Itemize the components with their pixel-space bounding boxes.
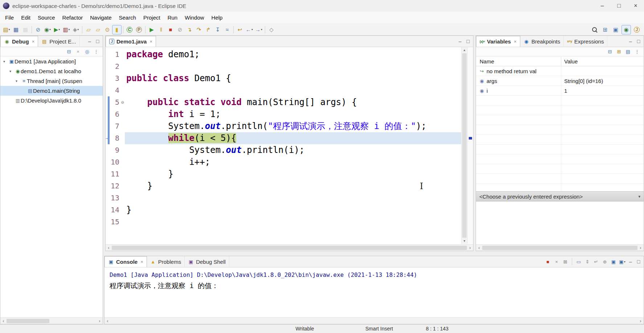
code-editor[interactable]: 1package demo1;23public class Demo1 {45⊖… bbox=[106, 47, 461, 244]
remove-all-launches-button[interactable]: ⊠ bbox=[562, 258, 569, 265]
scroll-right-icon[interactable]: › bbox=[97, 318, 103, 324]
perspective-debug-button[interactable]: ◉ bbox=[622, 25, 631, 34]
current-line-marker-icon[interactable] bbox=[469, 137, 472, 140]
code-text[interactable]: } bbox=[125, 168, 461, 180]
code-text[interactable] bbox=[125, 216, 461, 228]
code-text[interactable]: System.out.println("程序调试演示，注意观察 i 的值："); bbox=[125, 120, 461, 132]
menu-navigate[interactable]: Navigate bbox=[86, 14, 115, 21]
close-icon[interactable]: × bbox=[140, 259, 143, 265]
code-text[interactable]: i++; bbox=[125, 156, 461, 168]
minimize-button[interactable]: – bbox=[594, 0, 611, 12]
minimize-view-button[interactable]: – bbox=[627, 38, 634, 44]
expression-prompt-bar[interactable]: <Choose a previously entered expression>… bbox=[476, 191, 644, 201]
scroll-right-icon[interactable]: › bbox=[637, 318, 644, 324]
tree-item-jvm-process[interactable]: ▥D:\Develop\Java\jdk1.8.0 bbox=[0, 96, 103, 105]
minimize-view-button[interactable]: – bbox=[457, 38, 463, 44]
overview-ruler[interactable] bbox=[467, 47, 473, 244]
maximize-view-button[interactable]: □ bbox=[94, 38, 101, 44]
tab-breakpoints[interactable]: ◉Breakpoints bbox=[520, 36, 564, 47]
maximize-button[interactable]: □ bbox=[611, 0, 627, 12]
tab-debug[interactable]: ◉Debug× bbox=[0, 36, 38, 47]
tree-item-debug-target[interactable]: ▾◉demo1.Demo1 at localho bbox=[0, 66, 103, 76]
display-selected-console-button[interactable]: ▣ bbox=[610, 258, 617, 265]
minimize-view-button[interactable]: – bbox=[86, 38, 93, 44]
remove-launch-button[interactable]: × bbox=[553, 258, 560, 265]
column-name[interactable]: Name bbox=[476, 57, 561, 66]
close-icon[interactable]: × bbox=[514, 39, 517, 44]
code-text[interactable] bbox=[125, 84, 461, 96]
forward-button[interactable]: →▾ bbox=[254, 25, 263, 34]
pin-editor-button[interactable]: ◇ bbox=[267, 25, 276, 34]
code-text[interactable]: } bbox=[125, 204, 461, 216]
scroll-lock-button[interactable]: ⇕ bbox=[584, 258, 591, 265]
perspective-java-ee-button[interactable]: ▣ bbox=[611, 25, 620, 34]
expander-icon[interactable]: ▾ bbox=[9, 69, 15, 73]
back-button[interactable]: ←▾ bbox=[245, 25, 254, 34]
search-flashlight-button[interactable]: ⊙ bbox=[103, 25, 112, 34]
scroll-left-icon[interactable]: ‹ bbox=[106, 245, 112, 251]
view-menu-button[interactable]: ⋮ bbox=[633, 48, 641, 55]
code-text[interactable]: public static void main(String[] args) { bbox=[125, 96, 461, 108]
tree-item-launch[interactable]: ▾▣Demo1 [Java Application] bbox=[0, 57, 103, 66]
variables-horizontal-scrollbar[interactable]: ‹ › bbox=[476, 244, 644, 251]
menu-help[interactable]: Help bbox=[208, 14, 226, 21]
tab-problems[interactable]: ▲Problems bbox=[147, 256, 185, 267]
scrollbar-thumb[interactable] bbox=[482, 246, 637, 250]
code-text[interactable] bbox=[125, 61, 461, 72]
drop-to-frame-button[interactable]: ↧ bbox=[213, 25, 222, 34]
step-into-button[interactable]: ↴ bbox=[185, 25, 194, 34]
code-text[interactable]: } bbox=[125, 180, 461, 192]
step-over-button[interactable]: ↷ bbox=[194, 25, 204, 34]
console-output-area[interactable]: Demo1 [Java Application] D:\Develop\Java… bbox=[104, 267, 644, 317]
tab-variables[interactable]: (x)=Variables× bbox=[476, 36, 520, 47]
external-tools-button[interactable]: ◈▾ bbox=[71, 25, 81, 34]
tab-demo1-java[interactable]: JDemo1.java× bbox=[106, 36, 156, 47]
toggle-mark-occurrences-button[interactable]: ▮ bbox=[112, 25, 122, 34]
scrollbar-thumb[interactable] bbox=[462, 53, 467, 238]
variable-row-no-method-return[interactable]: ↪no method return val bbox=[476, 66, 644, 76]
new-java-class-button[interactable]: C bbox=[125, 25, 134, 34]
resume-button[interactable]: ▶ bbox=[147, 25, 156, 34]
terminate-console-button[interactable]: ■ bbox=[544, 258, 551, 265]
pin-console-button[interactable]: ⊕ bbox=[601, 258, 608, 265]
menu-refactor[interactable]: Refactor bbox=[59, 14, 87, 21]
menu-source[interactable]: Source bbox=[34, 14, 59, 21]
menu-search[interactable]: Search bbox=[115, 14, 140, 21]
collapse-all-button[interactable]: ⊟ bbox=[65, 48, 73, 55]
editor-vertical-scrollbar[interactable]: ▴ ▾ bbox=[461, 47, 467, 244]
scrollbar-thumb[interactable] bbox=[7, 319, 49, 323]
clear-console-button[interactable]: ▭ bbox=[575, 258, 582, 265]
open-console-button[interactable]: ▣▾ bbox=[619, 258, 626, 265]
show-logical-structure-button[interactable]: ⊞ bbox=[615, 48, 623, 55]
scroll-left-icon[interactable]: ‹ bbox=[0, 318, 7, 324]
terminate-button[interactable]: ■ bbox=[166, 25, 175, 34]
use-step-filters-button[interactable]: ≈ bbox=[222, 25, 232, 34]
search-button[interactable] bbox=[590, 25, 599, 34]
scroll-left-icon[interactable]: ‹ bbox=[104, 318, 111, 324]
open-type-button[interactable]: ▱ bbox=[84, 25, 93, 34]
collapse-all-button[interactable]: ⊟ bbox=[606, 48, 614, 55]
chevron-down-icon[interactable]: ▾ bbox=[638, 194, 640, 199]
code-text[interactable]: System.out.println(i); bbox=[125, 144, 461, 156]
close-icon[interactable]: × bbox=[149, 39, 152, 44]
step-return-button[interactable]: ↱ bbox=[204, 25, 213, 34]
save-button[interactable]: ▦ bbox=[11, 25, 21, 34]
view-menu-button[interactable]: ⋮ bbox=[93, 48, 100, 55]
save-all-button[interactable]: ▦ bbox=[21, 25, 30, 34]
code-text[interactable]: while(i < 5){ bbox=[125, 132, 461, 144]
expander-icon[interactable]: ▾ bbox=[16, 79, 21, 83]
run-button[interactable]: ▶▾ bbox=[52, 25, 62, 34]
perspective-java-button[interactable]: J bbox=[632, 25, 641, 34]
layout-button[interactable]: ▤ bbox=[624, 48, 632, 55]
open-resource-button[interactable]: ▱ bbox=[93, 25, 103, 34]
tab-expressions[interactable]: x+yExpressions bbox=[564, 36, 607, 47]
suspend-button[interactable]: ‖ bbox=[156, 25, 166, 34]
scroll-left-icon[interactable]: ‹ bbox=[476, 245, 482, 251]
scroll-right-icon[interactable]: › bbox=[637, 245, 644, 251]
tree-item-stack-frame[interactable]: ▤Demo1.main(String bbox=[0, 86, 103, 96]
tab-project-explorer[interactable]: ▤Project E... bbox=[38, 36, 79, 47]
new-java-package-button[interactable]: P bbox=[134, 25, 144, 34]
expander-icon[interactable]: ▾ bbox=[3, 59, 9, 63]
tab-debug-shell[interactable]: ▣Debug Shell bbox=[185, 256, 229, 267]
disconnect-button[interactable]: ⊘ bbox=[175, 25, 185, 34]
